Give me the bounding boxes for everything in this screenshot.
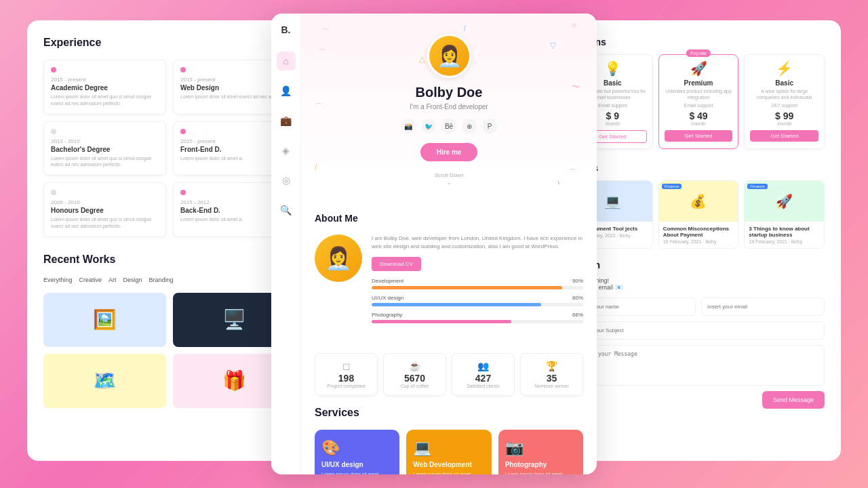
skill-name: Development [372, 278, 403, 284]
exp-dot [51, 129, 56, 134]
download-cv-button[interactable]: Download CV [372, 257, 421, 271]
left-card: Experience 2015 - present Academic Degre… [27, 20, 312, 461]
exp-dot [51, 67, 56, 73]
social-behance[interactable]: Bē [441, 119, 456, 134]
social-instagram[interactable]: 📸 [401, 119, 416, 134]
experience-grid: 2015 - present Academic Degree Lorem ips… [43, 60, 296, 237]
sidebar-logo: B. [281, 24, 291, 35]
touch-intro: ut everything! Send me email 📧 [572, 277, 825, 291]
price-support: 24/7 support [750, 103, 818, 108]
get-started-btn-2[interactable]: Get Started [665, 130, 733, 142]
filter-everything[interactable]: Everything [43, 277, 73, 283]
sidebar: B. ⌂ 👤 💼 ◈ ◎ 🔍 [271, 14, 301, 474]
stat-num: 5670 [387, 373, 443, 384]
touch-message-textarea[interactable] [572, 345, 825, 386]
stat-icon: 👥 [455, 361, 511, 371]
skill-header: Development 90% [372, 278, 583, 284]
post-meta: 18 February, 2021 · 8ichy [745, 239, 824, 248]
works-grid: 🖼️ 🖥️ 🗺️ 🎁 [43, 293, 296, 408]
price-icon: ⚡ [750, 60, 818, 77]
post-title: Common Misconceptions About Payment [659, 222, 738, 239]
exp-date: 2015 - present [51, 77, 159, 83]
experience-title: Experience [43, 37, 296, 49]
works-filter: Everything Creative Art Design Branding [43, 277, 296, 283]
stat-clients: 👥 427 Satisfied clients [452, 353, 515, 396]
about-avatar: 👩‍💼 [315, 235, 362, 282]
work-item-1[interactable]: 🖼️ [43, 293, 166, 347]
posts-title: Posts [572, 163, 825, 174]
sidebar-item-profile[interactable]: 👤 [277, 81, 296, 100]
skill-header: Photography 66% [372, 312, 583, 318]
stat-icon: 🏆 [524, 361, 580, 371]
deco-curve-1: ⌒ [321, 27, 330, 39]
sidebar-item-location[interactable]: ◎ [277, 171, 296, 190]
social-twitter[interactable]: 🐦 [421, 119, 436, 134]
stat-num: 35 [524, 373, 580, 384]
touch-section: Touch ut everything! Send me email 📧 Sen… [572, 260, 825, 409]
exp-dot [51, 190, 56, 195]
stat-label: Satisfied clients [455, 384, 511, 388]
skill-bar [372, 286, 583, 289]
price-icon: 🚀 [665, 60, 733, 77]
stat-coffee: ☕ 5670 Cup of coffee [383, 353, 446, 396]
filter-branding[interactable]: Branding [149, 277, 174, 283]
post-item-2[interactable]: Finance 💰 Common Misconceptions About Pa… [658, 180, 739, 249]
deco-slash: / [464, 24, 466, 33]
post-tag: Finance [747, 184, 767, 189]
price-card-premium: Popular 🚀 Premium Unlimited product incl… [658, 54, 739, 149]
filter-creative[interactable]: Creative [79, 277, 102, 283]
stat-num: 198 [318, 373, 374, 384]
skill-fill [372, 320, 511, 323]
sidebar-item-layers[interactable]: ◈ [277, 141, 296, 160]
deco-circle: ○ [572, 20, 576, 30]
price-period: /month [665, 121, 733, 126]
skills-block: Development 90% UI/UX design [372, 278, 583, 329]
services-title: Services [315, 407, 583, 419]
exp-date: 2009 - 2010 [51, 199, 159, 205]
price-support: Email support [665, 103, 733, 108]
services-section: Services 🎨 UI/UX design Lorem ipsum dolo… [301, 407, 597, 474]
exp-dot [180, 190, 186, 195]
touch-email-input[interactable] [701, 298, 825, 316]
post-thumb: Finance 🚀 [745, 181, 824, 222]
filter-design[interactable]: Design [123, 277, 142, 283]
exp-dot [180, 129, 186, 134]
skill-name: UI/UX design [372, 295, 403, 301]
center-card: B. ⌂ 👤 💼 ◈ ◎ 🔍 ⌒ / ○ ⌒ △ ▽ [271, 14, 597, 474]
service-desc: Lorem ipsum dolor sit amet consectetur a… [321, 471, 393, 474]
deco-slash-2: / [315, 163, 317, 172]
stats-row: ◻ 198 Project completed ☕ 5670 Cup of co… [301, 353, 597, 407]
price-desc: A wise option for large companies and in… [750, 88, 818, 100]
posts-grid: Sale 💻 Development Tool jects 18 Februar… [572, 180, 825, 249]
pricing-title: g Plans [572, 37, 825, 47]
skill-header: UI/UX design 80% [372, 295, 583, 301]
sidebar-item-search[interactable]: 🔍 [277, 201, 296, 220]
service-name: Photography [505, 461, 576, 468]
send-message-button[interactable]: Send Message [762, 391, 825, 409]
skill-name: Photography [372, 312, 402, 318]
price-name: Premium [665, 79, 733, 87]
scroll-down: Scroll Down ⌄ [315, 172, 583, 186]
service-webdev: 💻 Web Development Lorem ipsum dolor sit … [406, 430, 491, 474]
service-photography: 📷 Photography Lorem ipsum dolor sit amet… [498, 430, 583, 474]
touch-send-email: Send me email 📧 [572, 284, 825, 291]
work-item-3[interactable]: 🗺️ [43, 354, 166, 408]
service-uxdesign: 🎨 UI/UX design Lorem ipsum dolor sit ame… [315, 430, 399, 474]
post-item-3[interactable]: Finance 🚀 3 Things to know about startup… [744, 180, 825, 249]
about-title: About Me [315, 213, 583, 224]
social-dribbble[interactable]: ⊕ [462, 119, 477, 134]
exp-role: Academic Degree [51, 84, 159, 92]
sidebar-item-work[interactable]: 💼 [277, 111, 296, 130]
get-started-btn-3[interactable]: Get Started [750, 130, 818, 142]
filter-art[interactable]: Art [108, 277, 117, 283]
touch-subject-input[interactable] [572, 321, 825, 340]
exp-item-5: 2009 - 2010 Honours Degree Lorem ipsum d… [43, 182, 166, 237]
deco-curve-2: ⌒ [318, 47, 326, 59]
social-pinterest[interactable]: P [482, 119, 497, 134]
price-name: Basic [750, 79, 818, 87]
center-inner: B. ⌂ 👤 💼 ◈ ◎ 🔍 ⌒ / ○ ⌒ △ ▽ [271, 14, 597, 474]
sidebar-item-home[interactable]: ⌂ [277, 52, 296, 70]
hire-me-button[interactable]: Hire me [420, 143, 478, 161]
experience-section: Experience 2015 - present Academic Degre… [43, 37, 296, 237]
skill-percent: 66% [572, 312, 583, 318]
